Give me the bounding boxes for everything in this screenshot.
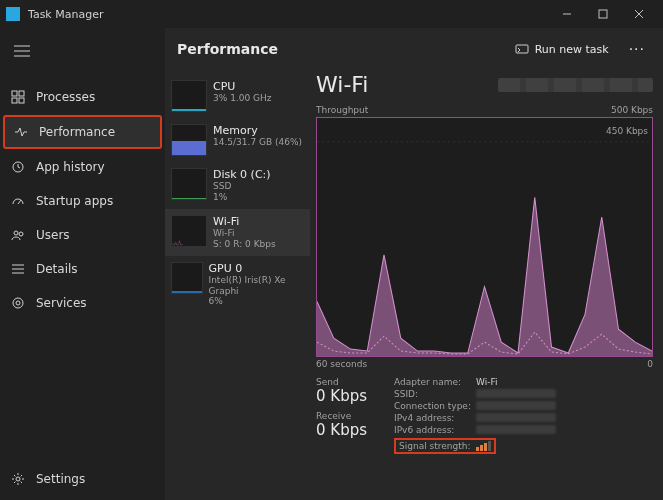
content: Performance Run new task ··· CPU 3% 1.00… xyxy=(165,28,663,500)
nav-label: Services xyxy=(36,296,87,310)
receive-label: Receive xyxy=(316,411,384,421)
connection-info: Adapter name: Wi-Fi SSID: Connection typ… xyxy=(394,377,653,454)
throughput-chart: 450 Kbps xyxy=(316,117,653,357)
conn-type-label: Connection type: xyxy=(394,401,476,411)
nav-settings[interactable]: Settings xyxy=(0,462,165,496)
page-title: Performance xyxy=(177,41,278,57)
perf-item-cpu[interactable]: CPU 3% 1.00 GHz xyxy=(165,74,310,118)
nav-app-history[interactable]: App history xyxy=(0,150,165,184)
perf-sub: 3% 1.00 GHz xyxy=(213,93,272,104)
throughput-label: Throughput xyxy=(316,105,368,115)
x-left-label: 60 seconds xyxy=(316,359,367,369)
svg-rect-1 xyxy=(599,10,607,18)
svg-point-20 xyxy=(16,477,20,481)
svg-rect-8 xyxy=(19,91,24,96)
nav-processes[interactable]: Processes xyxy=(0,80,165,114)
perf-item-disk[interactable]: Disk 0 (C:) SSD 1% xyxy=(165,162,310,209)
perf-sub: 6% xyxy=(209,296,304,307)
adapter-name-value: Wi-Fi xyxy=(476,377,653,387)
content-header: Performance Run new task ··· xyxy=(165,28,663,70)
ssid-label: SSID: xyxy=(394,389,476,399)
more-button[interactable]: ··· xyxy=(623,37,651,61)
list-icon xyxy=(10,261,26,277)
perf-sub: S: 0 R: 0 Kbps xyxy=(213,239,276,250)
hamburger-button[interactable] xyxy=(4,36,40,66)
nav-users[interactable]: Users xyxy=(0,218,165,252)
gauge-icon xyxy=(10,193,26,209)
perf-item-gpu[interactable]: GPU 0 Intel(R) Iris(R) Xe Graphi 6% xyxy=(165,256,310,314)
svg-rect-21 xyxy=(516,45,528,53)
perf-name: Wi-Fi xyxy=(213,215,276,228)
ipv6-label: IPv6 address: xyxy=(394,425,476,435)
perf-name: Disk 0 (C:) xyxy=(213,168,271,181)
history-icon xyxy=(10,159,26,175)
nav-label: Details xyxy=(36,262,78,276)
pulse-icon xyxy=(13,124,29,140)
svg-point-19 xyxy=(16,301,20,305)
run-icon xyxy=(515,43,529,55)
nav-label: Startup apps xyxy=(36,194,113,208)
receive-value: 0 Kbps xyxy=(316,421,384,439)
detail-panel: Wi-Fi Throughput 500 Kbps 450 Kbps xyxy=(310,70,663,500)
app-icon xyxy=(6,7,20,21)
conn-type-value-blur xyxy=(476,401,556,410)
grid-icon xyxy=(10,89,26,105)
ipv4-label: IPv4 address: xyxy=(394,413,476,423)
svg-rect-9 xyxy=(12,98,17,103)
gpu-thumb xyxy=(171,262,203,294)
services-icon xyxy=(10,295,26,311)
sidebar: Processes Performance App history Startu… xyxy=(0,28,165,500)
svg-line-12 xyxy=(18,200,21,204)
svg-point-18 xyxy=(13,298,23,308)
perf-sub: Intel(R) Iris(R) Xe Graphi xyxy=(209,275,304,297)
signal-strength-row: Signal strength: xyxy=(394,438,496,454)
perf-name: GPU 0 xyxy=(209,262,304,275)
detail-title: Wi-Fi xyxy=(316,72,369,97)
disk-thumb xyxy=(171,168,207,200)
ipv6-value-blur xyxy=(476,425,556,434)
run-new-task-button[interactable]: Run new task xyxy=(509,39,615,60)
nav-label: Processes xyxy=(36,90,95,104)
svg-rect-7 xyxy=(12,91,17,96)
users-icon xyxy=(10,227,26,243)
x-right-label: 0 xyxy=(647,359,653,369)
svg-rect-10 xyxy=(19,98,24,103)
close-button[interactable] xyxy=(621,0,657,28)
nav-startup-apps[interactable]: Startup apps xyxy=(0,184,165,218)
maximize-button[interactable] xyxy=(585,0,621,28)
adapter-name-label: Adapter name: xyxy=(394,377,476,387)
signal-bars-icon xyxy=(476,441,491,451)
svg-point-14 xyxy=(19,232,23,236)
memory-thumb xyxy=(171,124,207,156)
wifi-thumb xyxy=(171,215,207,247)
nav-services[interactable]: Services xyxy=(0,286,165,320)
signal-label: Signal strength: xyxy=(399,441,470,451)
nav-performance[interactable]: Performance xyxy=(3,115,162,149)
window-title: Task Manager xyxy=(28,8,103,21)
run-task-label: Run new task xyxy=(535,43,609,56)
send-value: 0 Kbps xyxy=(316,387,384,405)
svg-point-13 xyxy=(14,231,18,235)
adapter-name-blur xyxy=(498,78,653,92)
perf-name: Memory xyxy=(213,124,302,137)
perf-name: CPU xyxy=(213,80,272,93)
cpu-thumb xyxy=(171,80,207,112)
perf-item-wifi[interactable]: Wi-Fi Wi-Fi S: 0 R: 0 Kbps xyxy=(165,209,310,256)
nav-label: Users xyxy=(36,228,70,242)
perf-item-memory[interactable]: Memory 14.5/31.7 GB (46%) xyxy=(165,118,310,162)
nav-details[interactable]: Details xyxy=(0,252,165,286)
ipv4-value-blur xyxy=(476,413,556,422)
send-label: Send xyxy=(316,377,384,387)
titlebar: Task Manager xyxy=(0,0,663,28)
y-max-label: 500 Kbps xyxy=(611,105,653,115)
performance-list: CPU 3% 1.00 GHz Memory 14.5/31.7 GB (46%… xyxy=(165,70,310,500)
ssid-value-blur xyxy=(476,389,556,398)
perf-sub: 14.5/31.7 GB (46%) xyxy=(213,137,302,148)
nav-label: Settings xyxy=(36,472,85,486)
perf-sub: 1% xyxy=(213,192,271,203)
nav-label: Performance xyxy=(39,125,115,139)
nav-label: App history xyxy=(36,160,105,174)
perf-sub: SSD xyxy=(213,181,271,192)
minimize-button[interactable] xyxy=(549,0,585,28)
perf-sub: Wi-Fi xyxy=(213,228,276,239)
